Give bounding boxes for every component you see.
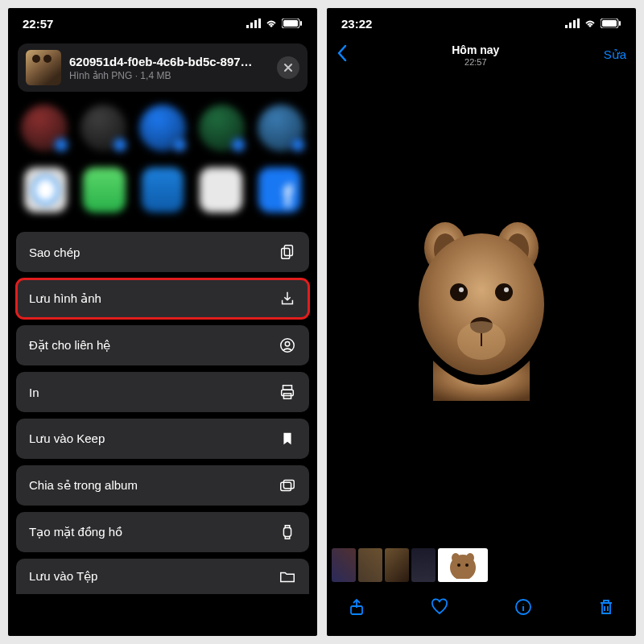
signal-icon (246, 19, 261, 28)
svg-rect-7 (284, 246, 292, 256)
watch-icon (279, 523, 296, 541)
airdrop-icon[interactable] (24, 167, 67, 213)
delete-button[interactable] (596, 597, 617, 617)
chevron-left-icon (336, 44, 348, 62)
signal-icon (565, 19, 580, 28)
svg-point-38 (457, 564, 460, 567)
info-icon (514, 597, 533, 617)
contact-avatar[interactable] (139, 105, 186, 151)
share-sheet-phone: 22:57 620951d4-f0eb-4c6b-bd5c-897… Hình … (8, 8, 317, 636)
bookmark-icon (279, 430, 296, 448)
file-info: 620951d4-f0eb-4c6b-bd5c-897… Hình ảnh PN… (69, 55, 269, 81)
action-label: In (29, 386, 39, 399)
action-label: Đặt cho liên hệ (29, 338, 110, 353)
printer-icon (279, 383, 296, 401)
svg-rect-3 (258, 19, 261, 28)
close-button[interactable] (277, 56, 299, 79)
trash-icon (597, 597, 616, 617)
action-label: Lưu vào Keep (29, 431, 105, 446)
thumbnail[interactable] (411, 548, 436, 582)
wifi-icon (265, 19, 278, 28)
contact-avatar[interactable] (199, 105, 246, 151)
svg-rect-23 (619, 21, 621, 26)
svg-rect-15 (283, 481, 294, 489)
bottom-toolbar (327, 584, 636, 630)
messages-icon[interactable] (83, 167, 126, 213)
status-bar: 22:57 (8, 8, 317, 39)
file-thumbnail (26, 50, 61, 85)
heart-icon (430, 597, 449, 617)
nav-title-sub: 22:57 (452, 57, 499, 67)
action-label: Lưu vào Tệp (29, 569, 97, 584)
svg-rect-18 (569, 23, 572, 28)
back-button[interactable] (336, 44, 348, 65)
file-meta: Hình ảnh PNG · 1,4 MB (69, 70, 269, 81)
thumbnail[interactable] (358, 548, 382, 582)
photos-viewer-phone: 23:22 Hôm nay 22:57 Sửa (327, 8, 636, 636)
status-right (565, 19, 621, 28)
svg-rect-14 (281, 482, 291, 490)
action-save-files[interactable]: Lưu vào Tệp (16, 559, 309, 594)
battery-icon (282, 19, 303, 28)
action-label: Chia sẻ trong album (29, 478, 138, 493)
close-icon (283, 63, 293, 72)
svg-point-32 (504, 287, 509, 292)
action-label: Lưu hình ảnh (29, 291, 101, 306)
status-time: 22:57 (23, 17, 53, 31)
folder-icon (279, 568, 296, 585)
photo-viewer[interactable] (327, 71, 636, 546)
shared-album-icon (279, 477, 296, 494)
file-name: 620951d4-f0eb-4c6b-bd5c-897… (69, 55, 269, 68)
info-button[interactable] (513, 597, 534, 617)
photo-content (401, 216, 562, 401)
nav-title-main: Hôm nay (452, 43, 499, 56)
svg-rect-19 (573, 20, 576, 28)
contact-avatar[interactable] (21, 105, 68, 151)
apps-row (8, 163, 317, 229)
action-copy[interactable]: Sao chép (16, 232, 309, 272)
status-bar: 23:22 (327, 8, 636, 39)
edit-button[interactable]: Sửa (604, 47, 626, 62)
svg-rect-17 (565, 25, 568, 28)
copy-icon (279, 243, 296, 261)
app-icon[interactable] (142, 167, 184, 213)
action-share-album[interactable]: Chia sẻ trong album (16, 465, 309, 506)
svg-rect-6 (300, 21, 302, 26)
svg-point-31 (459, 287, 464, 292)
wifi-icon (584, 19, 597, 28)
svg-point-30 (495, 283, 513, 301)
action-print[interactable]: In (16, 372, 309, 412)
svg-rect-5 (283, 20, 298, 27)
svg-point-39 (465, 564, 469, 567)
svg-rect-8 (282, 248, 290, 258)
nav-bar: Hôm nay 22:57 Sửa (327, 39, 636, 71)
status-right (246, 19, 303, 28)
thumbnail-selected[interactable] (438, 548, 488, 582)
action-create-watchface[interactable]: Tạo mặt đồng hồ (16, 512, 309, 552)
action-save-image[interactable]: Lưu hình ảnh (16, 279, 309, 319)
thumbnail[interactable] (385, 548, 409, 582)
svg-rect-11 (283, 386, 292, 390)
nav-title: Hôm nay 22:57 (452, 43, 499, 67)
contacts-row (8, 101, 317, 163)
app-icon[interactable] (200, 167, 242, 213)
contact-avatar[interactable] (258, 105, 304, 151)
contact-avatar[interactable] (80, 105, 127, 151)
actions-list: Sao chép Lưu hình ảnh Đặt cho liên hệ In (16, 232, 309, 594)
favorite-button[interactable] (429, 597, 450, 617)
svg-rect-0 (246, 25, 249, 28)
download-icon (279, 290, 296, 308)
svg-point-37 (466, 553, 474, 563)
action-assign-contact[interactable]: Đặt cho liên hệ (16, 325, 309, 365)
svg-point-36 (452, 553, 460, 563)
share-button[interactable] (346, 597, 367, 617)
battery-icon (601, 19, 621, 28)
action-label: Tạo mặt đồng hồ (29, 525, 122, 539)
thumbnail-strip[interactable] (327, 546, 636, 584)
share-icon (347, 597, 366, 617)
svg-point-10 (285, 341, 290, 346)
action-label: Sao chép (29, 246, 80, 259)
facebook-icon[interactable] (258, 167, 301, 213)
action-save-keep[interactable]: Lưu vào Keep (16, 419, 309, 459)
thumbnail[interactable] (332, 548, 356, 582)
